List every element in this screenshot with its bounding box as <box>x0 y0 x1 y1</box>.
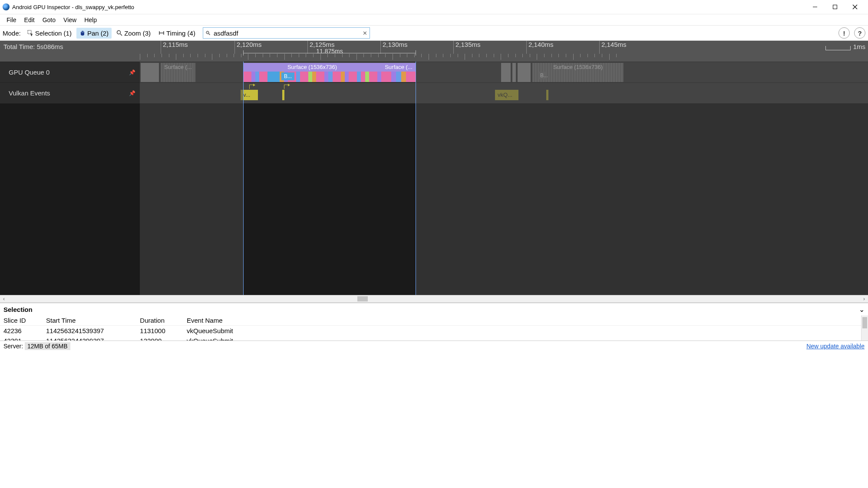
track-lane[interactable]: Surface (... Surface (1536x736) <box>140 62 868 82</box>
event-link-arrow-icon <box>249 85 254 89</box>
toolbar: Mode: Selection (1) Pan (2) Zoom (3) Tim… <box>0 25 868 41</box>
total-time-label: Total Time: 5s086ms <box>3 43 63 50</box>
cell-event-name: vkQueueSubmit <box>183 326 261 336</box>
ruler-tick: 2,145ms <box>599 41 627 54</box>
svg-line-6 <box>120 34 122 36</box>
search-input[interactable] <box>203 27 370 39</box>
tracks-area[interactable]: GPU Queue 0 📌 Surface (... Surface (1536… <box>0 62 868 295</box>
event-link-arrow-icon <box>284 85 288 89</box>
table-row[interactable]: 42301 1142563244399397 122000 vkQueueSub… <box>0 336 868 341</box>
window-close-button[interactable] <box>849 3 861 11</box>
pin-icon[interactable]: 📌 <box>129 90 135 96</box>
window-title: Android GPU Inspector - dls_swappy_vk.pe… <box>12 4 809 10</box>
track-name: GPU Queue 0 <box>9 69 50 76</box>
mode-pan-button[interactable]: Pan (2) <box>76 28 112 39</box>
zoom-icon <box>116 30 122 36</box>
search-clear-button[interactable]: ✕ <box>363 30 367 36</box>
cell-duration: 122000 <box>136 336 183 341</box>
vulkan-event-slice[interactable]: vkQ... <box>495 90 518 100</box>
search-field-wrap: 🔍︎ ✕ <box>203 27 370 39</box>
menu-help[interactable]: Help <box>80 15 101 25</box>
server-label: Server: <box>3 343 23 350</box>
ruler-tick: 2,135ms <box>453 41 481 54</box>
svg-point-5 <box>117 31 121 34</box>
selection-table-wrap: Slice ID Start Time Duration Event Name … <box>0 315 868 341</box>
window-maximize-button[interactable] <box>829 3 841 11</box>
mode-timing-button[interactable]: Timing (4) <box>155 28 198 39</box>
menu-bar: File Edit Goto View Help <box>0 14 868 25</box>
track-name: Vulkan Events <box>9 89 50 97</box>
selection-panel-header[interactable]: Selection ⌄ <box>0 303 868 315</box>
gpu-surface-slice[interactable]: Surface (... <box>381 63 416 82</box>
scroll-track[interactable] <box>8 295 860 302</box>
mode-timing-label: Timing (4) <box>166 29 195 37</box>
gpu-slice[interactable] <box>501 63 511 82</box>
menu-file[interactable]: File <box>3 15 20 25</box>
table-row[interactable]: 42236 1142563241539397 1131000 vkQueueSu… <box>0 326 868 336</box>
track-lane[interactable]: v... vkQ... <box>140 83 868 103</box>
selection-vertical-scrollbar[interactable] <box>861 315 868 341</box>
cell-slice-id: 42301 <box>0 336 43 341</box>
menu-edit[interactable]: Edit <box>20 15 39 25</box>
col-duration[interactable]: Duration <box>136 315 183 326</box>
timing-icon <box>158 30 165 36</box>
mode-zoom-button[interactable]: Zoom (3) <box>113 28 154 39</box>
selection-table[interactable]: Slice ID Start Time Duration Event Name … <box>0 315 868 341</box>
gpu-surface-slice[interactable]: Surface (1536x736) <box>243 63 381 82</box>
col-event-name[interactable]: Event Name <box>183 315 261 326</box>
chevron-down-icon[interactable]: ⌄ <box>859 305 865 314</box>
scroll-left-button[interactable]: ‹ <box>0 296 8 302</box>
track-label[interactable]: GPU Queue 0 📌 <box>0 62 140 82</box>
selection-panel-title: Selection <box>3 306 33 313</box>
cell-start-time: 1142563241539397 <box>43 326 136 336</box>
track-gpu-queue-0[interactable]: GPU Queue 0 📌 Surface (... Surface (1536… <box>0 62 868 82</box>
gpu-slice[interactable] <box>141 63 159 82</box>
menu-view[interactable]: View <box>59 15 80 25</box>
timeline-horizontal-scrollbar[interactable]: ‹ › <box>0 295 868 303</box>
tracks-empty-area <box>0 103 868 295</box>
track-label[interactable]: Vulkan Events 📌 <box>0 83 140 103</box>
gpu-slice[interactable] <box>512 63 516 82</box>
pin-icon[interactable]: 📌 <box>129 69 135 75</box>
track-vulkan-events[interactable]: Vulkan Events 📌 v... vkQ... <box>0 82 868 103</box>
cell-event-name: vkQueueSubmit <box>183 336 261 341</box>
help-button[interactable]: ? <box>854 27 865 39</box>
mode-zoom-label: Zoom (3) <box>124 29 151 37</box>
mode-pan-label: Pan (2) <box>87 29 109 37</box>
scale-bracket <box>825 46 851 50</box>
scroll-thumb[interactable] <box>862 317 867 328</box>
vulkan-event-slice[interactable] <box>546 90 548 100</box>
selection-icon <box>27 30 33 36</box>
gpu-slice[interactable] <box>518 63 531 82</box>
gpu-surface-slice[interactable]: Surface (... <box>161 63 195 82</box>
surface-label: Surface (1536x736) <box>532 63 624 72</box>
window-minimize-button[interactable] <box>809 3 821 11</box>
mode-selection-button[interactable]: Selection (1) <box>24 28 75 39</box>
ruler-tick: 2,115ms <box>161 41 188 54</box>
memory-usage: 12MB of 65MB <box>25 342 70 350</box>
selection-panel: Selection ⌄ Slice ID Start Time Duration… <box>0 303 868 341</box>
title-bar: Android GPU Inspector - dls_swappy_vk.pe… <box>0 0 868 14</box>
cell-slice-id: 42236 <box>0 326 43 336</box>
scroll-thumb[interactable] <box>357 296 368 301</box>
col-start-time[interactable]: Start Time <box>43 315 136 326</box>
gpu-subslices <box>243 72 381 82</box>
cell-start-time: 1142563244399397 <box>43 336 136 341</box>
surface-label: Surface (... <box>381 63 416 72</box>
mode-selection-label: Selection (1) <box>35 29 72 37</box>
gpu-subslice-label[interactable]: B... <box>281 72 294 80</box>
surface-label: Surface (1536x736) <box>243 63 381 72</box>
menu-goto[interactable]: Goto <box>39 15 59 25</box>
timeline-view[interactable]: Total Time: 5s086ms 1ms 2,115ms 2,120ms … <box>0 41 868 295</box>
vulkan-event-slice[interactable] <box>282 90 284 100</box>
vulkan-event-slice[interactable]: v... <box>241 90 258 100</box>
col-slice-id[interactable]: Slice ID <box>0 315 43 326</box>
gpu-subslice-label[interactable]: B... <box>538 72 547 79</box>
gpu-subslices <box>381 72 416 82</box>
svg-rect-1 <box>833 5 837 9</box>
pan-icon <box>79 30 86 36</box>
scroll-right-button[interactable]: › <box>860 296 868 302</box>
info-button[interactable]: ! <box>838 27 850 39</box>
update-available-link[interactable]: New update available <box>806 343 865 350</box>
time-ruler[interactable]: Total Time: 5s086ms 1ms 2,115ms 2,120ms … <box>0 41 868 62</box>
